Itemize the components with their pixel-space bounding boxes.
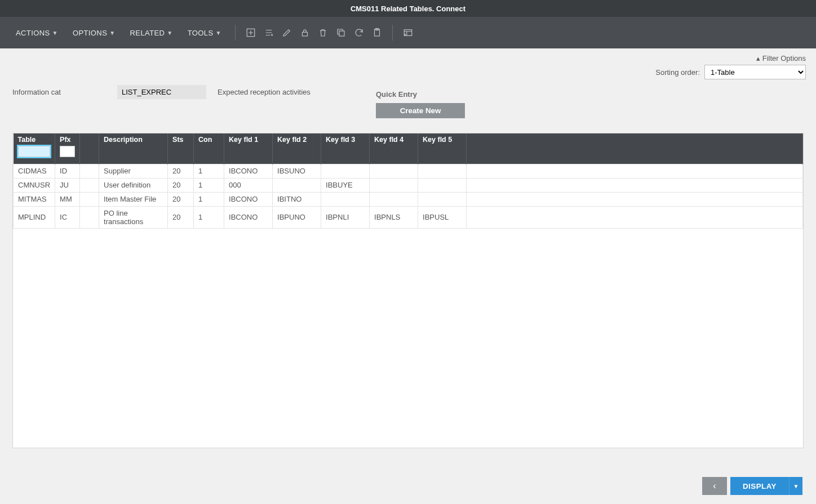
svg-rect-1 xyxy=(302,32,307,36)
table-row[interactable]: MPLINDICPO line transactions201IBCONOIBP… xyxy=(14,206,803,228)
cell-sts: 20 xyxy=(168,192,194,206)
cell-kf1: IBCONO xyxy=(224,192,273,206)
delete-icon[interactable] xyxy=(316,25,330,40)
table-row[interactable]: CIDMASIDSupplier201IBCONOIBSUNO xyxy=(14,164,803,178)
cell-empty xyxy=(467,192,803,206)
info-cat-description: Expected reception activities xyxy=(218,88,311,96)
display-button[interactable]: DISPLAY xyxy=(730,477,789,495)
cell-sts: 20 xyxy=(168,178,194,192)
cell-empty xyxy=(80,206,99,228)
chevron-down-icon: ▼ xyxy=(52,30,58,36)
svg-rect-2 xyxy=(339,31,344,36)
cell-pfx: MM xyxy=(55,192,80,206)
cell-desc: Supplier xyxy=(99,164,168,178)
cell-kf2: IBPUNO xyxy=(273,206,321,228)
cell-table: CIDMAS xyxy=(14,164,55,178)
cell-kf3: IBPNLI xyxy=(321,206,370,228)
options-menu[interactable]: OPTIONS ▼ xyxy=(67,24,121,42)
menubar: ACTIONS ▼ OPTIONS ▼ RELATED ▼ TOOLS ▼ xyxy=(0,17,816,48)
menu-label: RELATED xyxy=(130,29,165,37)
toolbar-separator xyxy=(392,25,393,41)
col-header-kf2[interactable]: Key fld 2 xyxy=(273,133,321,164)
filter-options-label: Filter Options xyxy=(762,54,806,63)
cell-empty xyxy=(80,178,99,192)
cell-desc: User definition xyxy=(99,178,168,192)
cell-kf1: IBCONO xyxy=(224,164,273,178)
cell-kf2: IBITNO xyxy=(273,192,321,206)
cell-empty xyxy=(80,192,99,206)
filter-pfx[interactable] xyxy=(60,146,75,157)
cell-table: MITMAS xyxy=(14,192,55,206)
refresh-icon[interactable] xyxy=(352,25,366,40)
cell-empty xyxy=(467,206,803,228)
cell-kf5 xyxy=(418,192,467,206)
info-cat-label: Information cat xyxy=(12,88,108,96)
cell-kf4 xyxy=(370,164,418,178)
col-header-kf4[interactable]: Key fld 4 xyxy=(370,133,418,164)
footer: ‹ DISPLAY ▼ xyxy=(0,468,816,504)
cell-desc: PO line transactions xyxy=(99,206,168,228)
col-header-kf1[interactable]: Key fld 1 xyxy=(224,133,273,164)
cell-kf4 xyxy=(370,192,418,206)
edit-icon[interactable] xyxy=(280,25,294,40)
tools-menu[interactable]: TOOLS ▼ xyxy=(182,24,227,42)
cell-kf2 xyxy=(273,178,321,192)
cell-con: 1 xyxy=(194,206,224,228)
clipboard-icon[interactable] xyxy=(370,25,384,40)
col-header-fill xyxy=(467,133,803,164)
cell-sts: 20 xyxy=(168,164,194,178)
col-header-table[interactable]: Table xyxy=(14,133,55,164)
cell-table: MPLIND xyxy=(14,206,55,228)
chevron-up-icon: ▴ xyxy=(756,54,760,63)
filter-options-toggle[interactable]: ▴ Filter Options xyxy=(756,54,806,63)
col-header-description[interactable]: Description xyxy=(99,133,168,164)
cell-kf4: IBPNLS xyxy=(370,206,418,228)
cell-desc: Item Master File xyxy=(99,192,168,206)
chevron-down-icon: ▼ xyxy=(167,30,172,36)
related-menu[interactable]: RELATED ▼ xyxy=(125,24,179,42)
col-header-actions xyxy=(80,133,99,164)
cell-kf5 xyxy=(418,164,467,178)
actions-menu[interactable]: ACTIONS ▼ xyxy=(10,24,64,42)
cell-kf3 xyxy=(321,164,370,178)
cell-kf5 xyxy=(418,178,467,192)
results-grid[interactable]: Table Pfx Description Sts C xyxy=(12,133,804,448)
list-icon[interactable] xyxy=(261,25,276,40)
cell-con: 1 xyxy=(194,178,224,192)
quick-entry-label: Quick Entry xyxy=(376,90,465,99)
cell-kf1: IBCONO xyxy=(224,206,273,228)
cell-con: 1 xyxy=(194,164,224,178)
col-header-kf5[interactable]: Key fld 5 xyxy=(418,133,467,164)
cell-kf4 xyxy=(370,178,418,192)
col-header-pfx[interactable]: Pfx xyxy=(55,133,80,164)
cell-con: 1 xyxy=(194,192,224,206)
col-header-sts[interactable]: Sts xyxy=(168,133,194,164)
cell-table: CMNUSR xyxy=(14,178,55,192)
cell-sts: 20 xyxy=(168,206,194,228)
cell-kf2: IBSUNO xyxy=(273,164,321,178)
sort-order-select[interactable]: 1-Table xyxy=(704,65,806,79)
cell-empty xyxy=(467,164,803,178)
copy-icon[interactable] xyxy=(334,25,348,40)
svg-rect-5 xyxy=(404,30,412,36)
layout-icon[interactable] xyxy=(401,25,415,40)
cell-pfx: JU xyxy=(55,178,80,192)
table-row[interactable]: CMNUSRJUUser definition201000IBBUYE xyxy=(14,178,803,192)
create-new-button[interactable]: Create New xyxy=(376,103,465,118)
cell-pfx: IC xyxy=(55,206,80,228)
cell-kf1: 000 xyxy=(224,178,273,192)
chevron-down-icon: ▼ xyxy=(109,30,115,36)
filter-table[interactable] xyxy=(18,146,51,157)
menu-label: TOOLS xyxy=(188,29,214,37)
col-header-kf3[interactable]: Key fld 3 xyxy=(321,133,370,164)
col-header-con[interactable]: Con xyxy=(194,133,224,164)
display-dropdown[interactable]: ▼ xyxy=(789,477,802,495)
table-row[interactable]: MITMASMMItem Master File201IBCONOIBITNO xyxy=(14,192,803,206)
cell-empty xyxy=(467,178,803,192)
lock-icon[interactable] xyxy=(298,25,312,40)
back-button[interactable]: ‹ xyxy=(702,477,727,495)
add-icon[interactable] xyxy=(243,25,258,40)
chevron-down-icon: ▼ xyxy=(215,30,221,36)
info-cat-value xyxy=(117,85,206,99)
page-title: CMS011 Related Tables. Connect xyxy=(0,0,816,17)
